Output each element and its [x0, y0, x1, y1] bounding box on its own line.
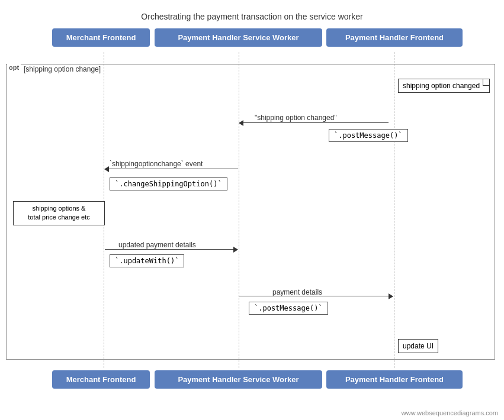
- arrow-updated-payment-details: [105, 249, 237, 250]
- arrow-label-2: `shippingoptionchange` event: [110, 160, 203, 168]
- actor-phf-bottom: Payment Handler Frontend: [326, 370, 463, 389]
- arrow-shippingoptionchange: [105, 169, 238, 169]
- method-change-shipping: `.changeShippingOption()`: [110, 177, 227, 190]
- opt-condition: [shipping option change]: [24, 65, 101, 73]
- arrow-label-4: payment details: [272, 288, 322, 296]
- arrow-shipping-option-changed: [239, 122, 389, 123]
- side-note-shipping-options: shipping options &total price change etc: [13, 201, 105, 225]
- actor-phsw-top: Payment Handler Service Worker: [155, 28, 322, 47]
- method-update-with: `.updateWith()`: [110, 254, 184, 267]
- diagram: Orchestrating the payment transaction on…: [0, 0, 504, 420]
- arrow-label-1: "shipping option changed": [255, 114, 337, 122]
- note-update-ui: update UI: [398, 339, 438, 353]
- arrow-label-3: updated payment details: [118, 241, 196, 249]
- note-shipping-option-changed: shipping option changed: [398, 79, 490, 93]
- actor-merchant-bottom: Merchant Frontend: [52, 370, 150, 389]
- opt-label: opt: [7, 64, 21, 71]
- actor-phsw-bottom: Payment Handler Service Worker: [155, 370, 322, 389]
- actor-phf-top: Payment Handler Frontend: [326, 28, 463, 47]
- diagram-title: Orchestrating the payment transaction on…: [0, 6, 504, 21]
- actor-merchant-top: Merchant Frontend: [52, 28, 150, 47]
- watermark: www.websequencediagrams.com: [402, 409, 498, 416]
- method-post-message-1: `.postMessage()`: [329, 129, 408, 142]
- arrow-payment-details: [239, 296, 393, 296]
- method-post-message-2: `.postMessage()`: [249, 302, 328, 315]
